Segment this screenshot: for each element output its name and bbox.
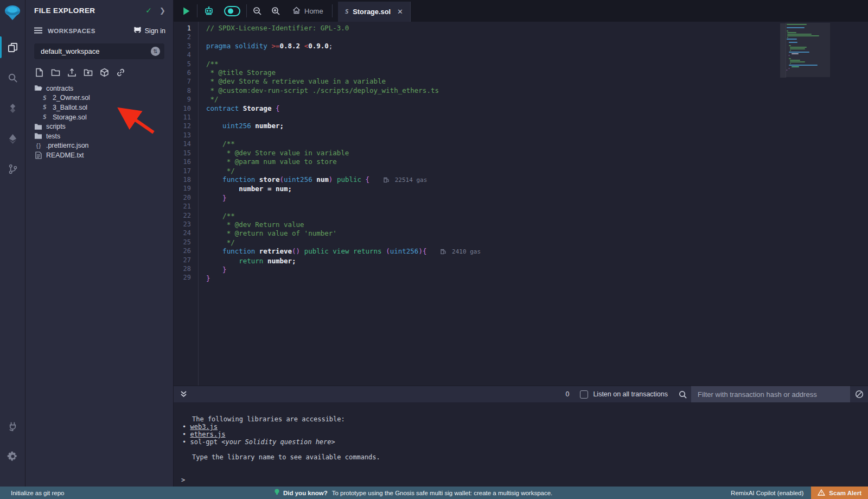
code-line-28: } <box>206 266 868 274</box>
tab-home[interactable]: Home <box>285 0 331 22</box>
side-panel: FILE EXPLORER ✓ ❯ WORKSPACES Sign in def… <box>25 0 174 487</box>
ipfs-box-icon[interactable] <box>100 68 109 77</box>
code-line-21 <box>206 203 868 211</box>
transaction-filter-input[interactable] <box>691 386 850 403</box>
code-line-7: * @dev Store & retrieve value in a varia… <box>206 77 868 86</box>
new-folder-icon[interactable] <box>51 68 60 77</box>
activity-bar <box>0 0 25 487</box>
warning-triangle-icon <box>818 489 825 497</box>
zoom-out-icon[interactable] <box>248 0 266 22</box>
new-file-icon[interactable] <box>35 68 44 77</box>
code-content: // SPDX-License-Identifier: GPL-3.0 prag… <box>199 22 868 386</box>
panel-pin-chevron-icon[interactable]: ❯ <box>159 7 165 15</box>
code-line-25: */ <box>206 238 868 247</box>
code-line-27: return number; <box>206 257 868 266</box>
code-line-22: /** <box>206 212 868 220</box>
transaction-count: 0 <box>565 390 569 398</box>
workspaces-menu-icon[interactable] <box>34 26 42 36</box>
code-line-23: * @dev Return value <box>206 220 868 229</box>
code-line-19: number = num; <box>206 185 868 193</box>
terminal-link[interactable]: web3.js <box>190 423 218 431</box>
close-tab-icon[interactable]: ✕ <box>397 8 403 16</box>
code-line-26: function retrieve() public view returns … <box>206 247 868 256</box>
line-numbers: 1234567891011121314151617181920212223242… <box>174 22 199 386</box>
sign-in-button[interactable]: Sign in <box>133 27 165 35</box>
search-icon[interactable] <box>0 62 25 93</box>
code-line-29: } <box>206 274 868 283</box>
solidity-file-icon: S <box>344 8 349 15</box>
tree-item-readme-txt[interactable]: README.txt <box>25 150 173 160</box>
code-line-1: // SPDX-License-Identifier: GPL-3.0 <box>206 24 868 33</box>
file-icon <box>34 151 42 159</box>
sol-icon: S <box>41 104 49 111</box>
folder-icon <box>34 132 42 140</box>
tree-item-contracts[interactable]: contracts <box>25 84 173 93</box>
plugin-manager-icon[interactable] <box>0 410 25 441</box>
code-line-18: function store(uint256 num) public { 225… <box>206 175 868 185</box>
workspaces-label: WORKSPACES <box>48 28 133 34</box>
code-line-20: } <box>206 194 868 203</box>
terminal-line: Type the library name to see available c… <box>174 453 868 461</box>
zoom-in-icon[interactable] <box>266 0 285 22</box>
terminal-line: > <box>174 476 868 484</box>
code-line-11 <box>206 113 868 122</box>
link-icon[interactable] <box>116 68 125 77</box>
terminal-output[interactable]: The following libraries are accessible:•… <box>174 402 868 487</box>
compile-run-play-button[interactable] <box>177 0 196 22</box>
workspace-select[interactable]: default_workspace ⇅ <box>34 43 164 59</box>
copilot-status[interactable]: RemixAI Copilot (enabled) <box>731 490 803 496</box>
upload-file-icon[interactable] <box>67 68 76 77</box>
folder-open-icon <box>34 85 42 92</box>
code-line-4 <box>206 50 868 59</box>
scam-alert-button[interactable]: Scam Alert <box>811 487 868 499</box>
terminal-collapse-icon[interactable] <box>180 390 187 398</box>
code-line-14: /** <box>206 140 868 148</box>
remix-logo[interactable] <box>3 4 22 22</box>
code-line-10: contract Storage { <box>206 104 868 113</box>
ai-robot-button[interactable] <box>199 0 219 22</box>
listen-all-label[interactable]: Listen on all transactions <box>593 390 668 398</box>
upload-folder-icon[interactable] <box>84 68 93 77</box>
settings-gear-icon[interactable] <box>0 441 25 471</box>
code-editor[interactable]: 1234567891011121314151617181920212223242… <box>174 22 868 386</box>
terminal-link[interactable]: ethers.js <box>190 431 225 438</box>
code-line-17: */ <box>206 167 868 175</box>
tree-item--prettierrc-json[interactable]: { }.prettierrc.json <box>25 141 173 151</box>
deploy-run-icon[interactable] <box>0 123 25 154</box>
code-line-15: * @dev Store value in variable <box>206 149 868 157</box>
remix-ide-app: FILE EXPLORER ✓ ❯ WORKSPACES Sign in def… <box>0 0 868 499</box>
status-bar: Initialize as git repo Did you know? To … <box>0 487 868 499</box>
home-icon <box>292 7 301 16</box>
gas-estimate-badge: 22514 gas <box>384 176 427 184</box>
code-line-16: * @param num value to store <box>206 157 868 166</box>
listen-all-checkbox[interactable] <box>580 390 588 399</box>
solidity-compiler-icon[interactable] <box>0 93 25 123</box>
file-tree: contractsS2_Owner.solS3_Ballot.solSStora… <box>25 83 173 160</box>
gas-estimate-badge: 2410 gas <box>441 248 481 255</box>
clear-filter-icon[interactable] <box>850 390 868 399</box>
terminal-line <box>174 469 868 476</box>
tree-item-scripts[interactable]: scripts <box>25 122 173 131</box>
workspace-name: default_workspace <box>41 47 151 55</box>
github-icon <box>133 27 142 35</box>
git-icon[interactable] <box>0 154 25 184</box>
lightbulb-icon <box>274 489 280 497</box>
editor-column: Home S Storage.sol ✕ 1234567891011121314… <box>174 0 868 487</box>
file-explorer-icon[interactable] <box>0 32 25 62</box>
tree-item-tests[interactable]: tests <box>25 131 173 141</box>
terminal-toolbar: 0 Listen on all transactions <box>174 386 868 402</box>
workspace-caret-icon: ⇅ <box>151 47 160 56</box>
tab-storage-sol[interactable]: S Storage.sol ✕ <box>338 2 411 22</box>
code-line-6: * @title Storage <box>206 68 868 77</box>
tree-item-2-owner-sol[interactable]: S2_Owner.sol <box>25 93 173 103</box>
terminal-line <box>174 446 868 453</box>
folder-icon <box>34 123 42 130</box>
code-line-24: * @return value of 'number' <box>206 229 868 238</box>
tree-item-storage-sol[interactable]: SStorage.sol <box>25 112 173 122</box>
tree-item-3-ballot-sol[interactable]: S3_Ballot.sol <box>25 103 173 112</box>
json-icon: { } <box>34 142 42 149</box>
minimap[interactable] <box>787 24 829 71</box>
git-init-button[interactable]: Initialize as git repo <box>0 490 64 496</box>
copilot-toggle[interactable] <box>219 0 245 22</box>
sol-icon: S <box>41 113 49 121</box>
